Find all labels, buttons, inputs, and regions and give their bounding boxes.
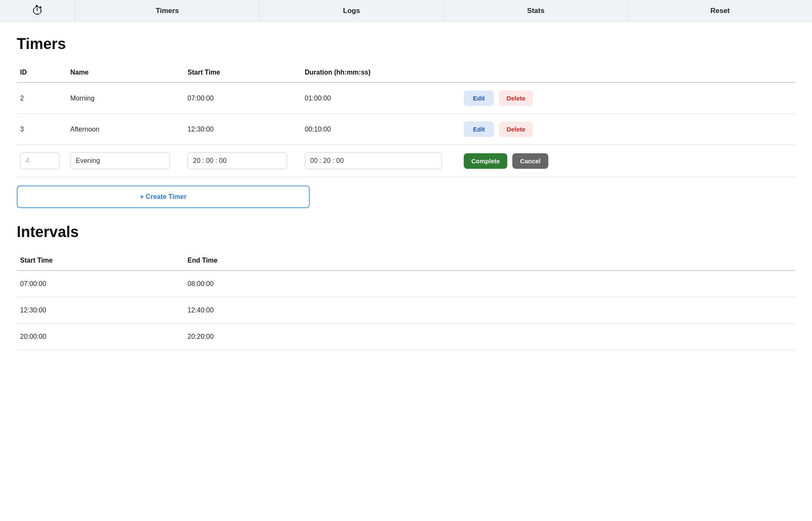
interval-start: 20:00:00	[17, 331, 184, 342]
interval-row: 20:00:00 20:20:00	[17, 324, 795, 350]
nav-bar: ⏱ Timers Logs Stats Reset	[0, 0, 812, 22]
timers-section-title: Timers	[17, 35, 795, 53]
new-timer-name-input[interactable]	[70, 152, 170, 169]
nav-tabs: Timers Logs Stats Reset	[75, 0, 812, 21]
col-header-duration: Duration (hh:mm:ss)	[301, 67, 460, 78]
timer-start-time: 07:00:00	[184, 93, 301, 104]
col-header-actions	[460, 67, 795, 78]
table-row: 3 Afternoon 12:30:00 00:10:00 Edit Delet…	[17, 114, 795, 145]
interval-row: 12:30:00 12:40:00	[17, 297, 795, 324]
new-timer-duration-input[interactable]	[305, 152, 442, 169]
new-timer-actions: Complete Cancel	[460, 152, 795, 170]
col-header-id: ID	[17, 67, 67, 78]
col-header-name: Name	[67, 67, 184, 78]
new-timer-start-time-cell	[184, 151, 301, 171]
edit-button-row2[interactable]: Edit	[464, 121, 494, 137]
intervals-table: Start Time End Time 07:00:00 08:00:00 12…	[17, 251, 795, 350]
interval-end: 20:20:00	[184, 331, 795, 342]
interval-end: 08:00:00	[184, 279, 795, 289]
new-timer-form-row: Complete Cancel	[17, 145, 795, 177]
timer-duration: 01:00:00	[301, 93, 460, 104]
create-timer-button[interactable]: + Create Timer	[17, 186, 310, 208]
timer-start-time: 12:30:00	[184, 124, 301, 135]
intervals-section-title: Intervals	[17, 223, 795, 241]
edit-button-row1[interactable]: Edit	[464, 90, 494, 106]
tab-timers[interactable]: Timers	[75, 0, 260, 21]
timer-actions: Edit Delete	[460, 120, 795, 139]
interval-start: 07:00:00	[17, 279, 184, 289]
interval-start: 12:30:00	[17, 305, 184, 316]
delete-button-row1[interactable]: Delete	[499, 90, 533, 106]
app-logo-icon: ⏱	[32, 4, 44, 18]
tab-logs[interactable]: Logs	[260, 0, 444, 21]
tab-reset[interactable]: Reset	[628, 0, 812, 21]
timer-name: Afternoon	[67, 124, 184, 135]
new-timer-start-time-input[interactable]	[188, 152, 287, 169]
timer-name: Morning	[67, 93, 184, 104]
cancel-button[interactable]: Cancel	[512, 153, 548, 169]
intervals-table-header: Start Time End Time	[17, 251, 795, 271]
col-header-start-time: Start Time	[184, 67, 301, 78]
complete-button[interactable]: Complete	[464, 153, 507, 169]
timers-table-header: ID Name Start Time Duration (hh:mm:ss)	[17, 63, 795, 83]
timer-id: 2	[17, 93, 67, 104]
timer-duration: 00:10:00	[301, 124, 460, 135]
intervals-col-end: End Time	[184, 255, 795, 266]
intervals-col-start: Start Time	[17, 255, 184, 266]
timers-table: ID Name Start Time Duration (hh:mm:ss) 2…	[17, 63, 795, 177]
timer-actions: Edit Delete	[460, 89, 795, 108]
nav-logo: ⏱	[0, 0, 75, 21]
timer-id: 3	[17, 124, 67, 135]
table-row: 2 Morning 07:00:00 01:00:00 Edit Delete	[17, 83, 795, 114]
main-content: Timers ID Name Start Time Duration (hh:m…	[0, 22, 812, 521]
new-timer-id-input[interactable]	[20, 152, 59, 169]
tab-stats[interactable]: Stats	[444, 0, 628, 21]
delete-button-row2[interactable]: Delete	[499, 121, 533, 137]
interval-end: 12:40:00	[184, 305, 795, 316]
new-timer-id-cell	[17, 151, 67, 171]
new-timer-name-cell	[67, 151, 184, 171]
interval-row: 07:00:00 08:00:00	[17, 271, 795, 297]
new-timer-duration-cell	[301, 151, 460, 171]
